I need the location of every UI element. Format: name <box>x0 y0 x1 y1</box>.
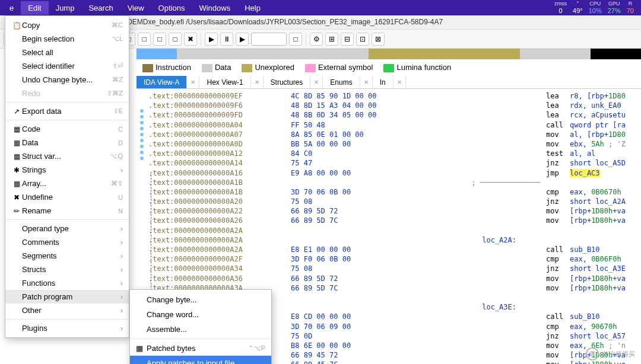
menu-jump[interactable]: Jump <box>49 1 82 15</box>
toolbar-button-15[interactable]: □ <box>289 33 302 46</box>
close-icon[interactable]: ✕ <box>397 79 402 85</box>
tab-structures[interactable]: Structures <box>264 76 311 88</box>
menu-e[interactable]: e <box>2 1 21 15</box>
menu-search[interactable]: Search <box>81 1 120 15</box>
menu-item-select-identifier[interactable]: Select identifier⇧⏎ <box>5 59 129 73</box>
menu-view[interactable]: View <box>120 1 151 15</box>
disasm-line[interactable]: .text:00000000000009F648 8D 15 A3 04 00 … <box>148 101 641 110</box>
menu-item-struct-var-[interactable]: ▦Struct var...⌥Q <box>5 149 129 163</box>
menu-item-operand-type[interactable]: Operand type <box>5 222 129 235</box>
menu-edit[interactable]: Edit <box>21 1 48 15</box>
menu-bar: eEditJumpSearchViewOptionsWindowsHelp zm… <box>0 0 641 15</box>
toolbar-button-17[interactable]: ⊞ <box>325 33 338 46</box>
overview-strip[interactable] <box>137 49 641 59</box>
menu-item-structs[interactable]: Structs <box>5 263 129 276</box>
tab-enums[interactable]: Enums <box>323 76 360 88</box>
edit-menu-dropdown: 📋Copy⌘CBegin selection⌥LSelect allSelect… <box>5 15 129 338</box>
menu-item-undo-change-byte-[interactable]: Undo Change byte...⌘Z <box>5 73 129 87</box>
watermark: 值什么值得买 <box>586 347 635 360</box>
menu-item-copy[interactable]: 📋Copy⌘C <box>5 18 129 32</box>
disasm-line[interactable]: .text:0000000000000A2A <box>148 226 641 235</box>
disasm-line[interactable]: .text:0000000000000A0DBB 5A 00 00 00move… <box>148 139 641 149</box>
menu-icon: ✏ <box>11 207 22 215</box>
submenu-item-change-byte-[interactable]: Change byte... <box>130 292 271 307</box>
menu-item-undefine[interactable]: ✖UndefineU <box>5 190 129 204</box>
menu-item-comments[interactable]: Comments <box>5 235 129 249</box>
disasm-line[interactable]: .text:00000000000009FD48 8B 0D 34 05 00 … <box>148 110 641 120</box>
close-icon[interactable]: ✕ <box>191 79 195 85</box>
menu-icon: ▦ <box>11 125 22 133</box>
tab-ida-view-a[interactable]: IDA View-A <box>137 76 187 88</box>
menu-icon: ▦ <box>11 180 22 188</box>
menu-icon: ✖ <box>11 193 22 202</box>
submenu-item-assemble-[interactable]: Assemble... <box>130 322 271 337</box>
menu-icon: ↗ <box>11 107 22 116</box>
toolbar-button-14[interactable]: ▶ <box>236 33 249 46</box>
submenu-item-change-word-[interactable]: Change word... <box>130 307 271 322</box>
disasm-line[interactable]: .text:0000000000000A1B3D 70 06 0B 00cmpe… <box>148 187 641 197</box>
toolbar-button-8[interactable]: □ <box>138 33 151 46</box>
disasm-line[interactable]: .text:0000000000000A2F3D F0 06 0B 00cmpe… <box>148 254 641 264</box>
toolbar-button-16[interactable]: ⚙ <box>310 33 323 46</box>
tab-in[interactable]: In <box>373 76 394 88</box>
toolbar-button-19[interactable]: ⊡ <box>356 33 369 46</box>
menu-item-export-data[interactable]: ↗Export data⇧E <box>5 104 129 118</box>
close-icon[interactable]: ✕ <box>255 79 259 85</box>
menu-item-code[interactable]: ▦CodeC <box>5 122 129 136</box>
menu-item-segments[interactable]: Segments <box>5 249 129 263</box>
menu-options[interactable]: Options <box>151 1 192 15</box>
disasm-line[interactable]: .text:0000000000000A2266 89 5D 72mov[rbp… <box>148 206 641 216</box>
disasm-line[interactable]: .text:00000000000009EF4C 8D 85 90 1D 00 … <box>148 91 641 101</box>
menu-item-other[interactable]: Other <box>5 304 129 317</box>
menu-item-rename[interactable]: ✏RenameN <box>5 204 129 218</box>
system-stats: zmss0 °49° CPU10% GPU27% R70 <box>554 1 639 14</box>
disasm-line[interactable]: .text:0000000000000A3666 89 5D 72mov[rbp… <box>148 274 641 283</box>
disasm-line[interactable]: .text:0000000000000A2AE8 E1 00 00 00call… <box>148 245 641 254</box>
disasm-line[interactable]: .text:0000000000000A04FF 50 48callqword … <box>148 120 641 130</box>
disasm-line[interactable]: .text:0000000000000A1475 47jnzshort loc_… <box>148 158 641 168</box>
menu-item-begin-selection[interactable]: Begin selection⌥L <box>5 32 129 46</box>
disasm-line[interactable]: .text:0000000000000A2Aloc_A2A: <box>148 235 641 245</box>
menu-item-patch-program[interactable]: Patch program <box>5 290 129 304</box>
toolbar-button-20[interactable]: ⊠ <box>372 33 385 46</box>
menu-item-select-all[interactable]: Select all <box>5 46 129 59</box>
menu-item-redo[interactable]: Redo⇧⌘Z <box>5 87 129 100</box>
disasm-line[interactable]: .text:0000000000000A1284 C0testal, al <box>148 149 641 158</box>
toolbar-input[interactable] <box>251 33 287 46</box>
submenu-item-apply-patches-to-input-file-[interactable]: Apply patches to input file... <box>130 356 271 364</box>
patch-program-submenu: Change byte...Change word...Assemble...▦… <box>129 289 272 364</box>
toolbar-button-9[interactable]: □ <box>153 33 166 46</box>
menu-icon: ✱ <box>11 166 22 174</box>
close-icon[interactable]: ✕ <box>314 79 319 85</box>
toolbar-button-10[interactable]: □ <box>169 33 182 46</box>
close-icon[interactable]: ✕ <box>364 79 369 85</box>
tab-hex-view-1[interactable]: Hex View-1 <box>199 76 250 88</box>
menu-item-strings[interactable]: ✱Strings <box>5 163 129 177</box>
disasm-line[interactable]: .text:0000000000000A1B; ────────────── <box>148 178 641 187</box>
jump-arrow <box>139 172 174 290</box>
view-tabs: IDA View-A✕Hex View-1✕Structures✕Enums✕I… <box>137 76 641 89</box>
disasm-line[interactable]: .text:0000000000000A2666 89 5D 7Cmov[rbp… <box>148 216 641 225</box>
toolbar-button-18[interactable]: ⊟ <box>341 33 354 46</box>
toolbar-button-12[interactable]: ▶ <box>205 33 218 46</box>
menu-icon: ▦ <box>11 152 22 161</box>
disasm-line[interactable]: .text:0000000000000A3475 08jnzshort loc_… <box>148 264 641 273</box>
menu-item-data[interactable]: ▦DataD <box>5 136 129 149</box>
toolbar-button-13[interactable]: ⏸ <box>220 33 233 46</box>
disasm-line[interactable]: .text:0000000000000A078A 85 0E 01 00 00m… <box>148 130 641 139</box>
menu-item-array-[interactable]: ▦Array...⌘⇧ <box>5 177 129 190</box>
menu-windows[interactable]: Windows <box>192 1 237 15</box>
disasm-line[interactable]: .text:0000000000000A16E9 A8 00 00 00jmpl… <box>148 168 641 178</box>
menu-icon: ▦ <box>11 139 22 147</box>
submenu-item-patched-bytes[interactable]: ▦Patched bytes⌃⌥P <box>130 341 271 356</box>
toolbar-button-11[interactable]: ✖ <box>184 33 197 46</box>
disasm-line[interactable]: .text:0000000000000A2075 08jnzshort loc_… <box>148 197 641 206</box>
menu-icon: 📋 <box>11 21 22 30</box>
menu-item-plugins[interactable]: Plugins <box>5 321 129 335</box>
menu-item-functions[interactable]: Functions <box>5 276 129 290</box>
menu-help[interactable]: Help <box>237 1 268 15</box>
